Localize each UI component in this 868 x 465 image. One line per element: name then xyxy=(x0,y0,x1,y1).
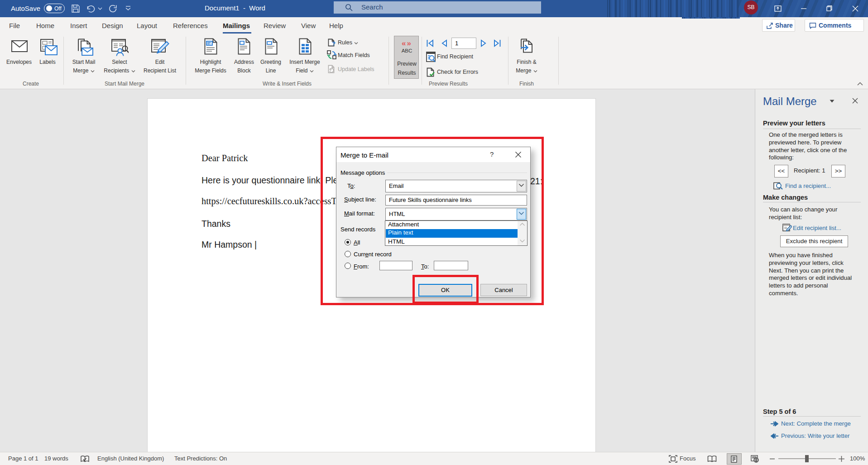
svg-text:?: ? xyxy=(332,40,336,47)
